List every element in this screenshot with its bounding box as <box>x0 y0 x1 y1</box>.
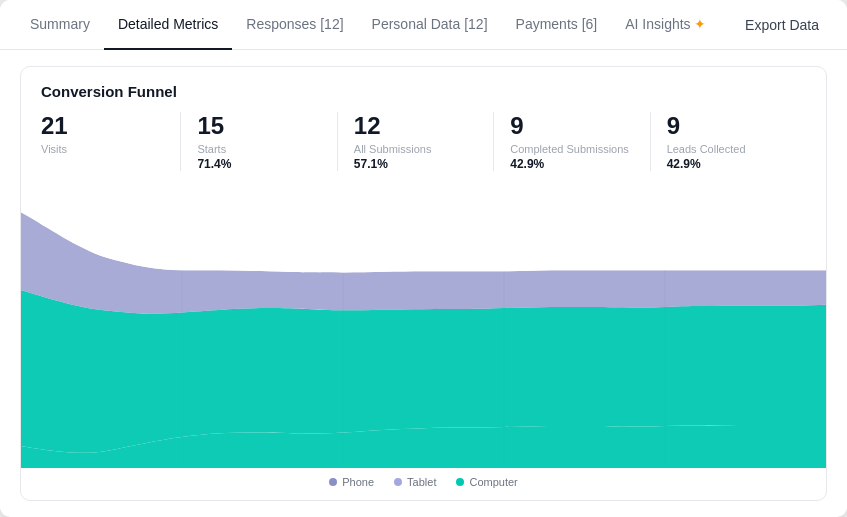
metric-visits: 21 Visits <box>41 112 181 171</box>
computer-label: Computer <box>469 476 517 488</box>
main-content: Conversion Funnel 21 Visits 15 Starts 71… <box>0 50 847 517</box>
legend-computer: Computer <box>456 476 517 488</box>
tablet-dot <box>394 478 402 486</box>
metric-visits-label: Visits <box>41 143 164 155</box>
funnel-chart <box>21 179 826 468</box>
phone-dot <box>329 478 337 486</box>
tablet-label: Tablet <box>407 476 436 488</box>
tab-payments[interactable]: Payments [6] <box>502 0 612 50</box>
app-window: Summary Detailed Metrics Responses [12] … <box>0 0 847 517</box>
metric-completed-value: 9 <box>510 112 633 141</box>
metric-all-submissions-label: All Submissions <box>354 143 477 155</box>
legend-phone: Phone <box>329 476 374 488</box>
tab-responses[interactable]: Responses [12] <box>232 0 357 50</box>
tab-detailed-metrics[interactable]: Detailed Metrics <box>104 0 232 50</box>
metric-starts: 15 Starts 71.4% <box>197 112 337 171</box>
metric-leads-pct: 42.9% <box>667 157 790 171</box>
tab-summary[interactable]: Summary <box>16 0 104 50</box>
metric-visits-value: 21 <box>41 112 164 141</box>
conversion-funnel-card: Conversion Funnel 21 Visits 15 Starts 71… <box>20 66 827 501</box>
metric-completed-pct: 42.9% <box>510 157 633 171</box>
metric-starts-pct: 71.4% <box>197 157 320 171</box>
card-title: Conversion Funnel <box>21 67 826 112</box>
tab-ai-insights[interactable]: AI Insights✦ <box>611 0 719 50</box>
ai-star-icon: ✦ <box>694 16 706 32</box>
metric-leads-value: 9 <box>667 112 790 141</box>
metric-leads-label: Leads Collected <box>667 143 790 155</box>
metric-completed-submissions: 9 Completed Submissions 42.9% <box>510 112 650 171</box>
metric-completed-label: Completed Submissions <box>510 143 633 155</box>
tab-bar: Summary Detailed Metrics Responses [12] … <box>0 0 847 50</box>
metric-starts-value: 15 <box>197 112 320 141</box>
metrics-row: 21 Visits 15 Starts 71.4% 12 All Submiss… <box>21 112 826 179</box>
legend-tablet: Tablet <box>394 476 436 488</box>
metric-starts-label: Starts <box>197 143 320 155</box>
metric-all-submissions-value: 12 <box>354 112 477 141</box>
chart-legend: Phone Tablet Computer <box>21 468 826 500</box>
metric-all-submissions-pct: 57.1% <box>354 157 477 171</box>
computer-dot <box>456 478 464 486</box>
phone-label: Phone <box>342 476 374 488</box>
export-data-button[interactable]: Export Data <box>733 11 831 39</box>
metric-leads: 9 Leads Collected 42.9% <box>667 112 806 171</box>
tab-personal-data[interactable]: Personal Data [12] <box>358 0 502 50</box>
metric-all-submissions: 12 All Submissions 57.1% <box>354 112 494 171</box>
